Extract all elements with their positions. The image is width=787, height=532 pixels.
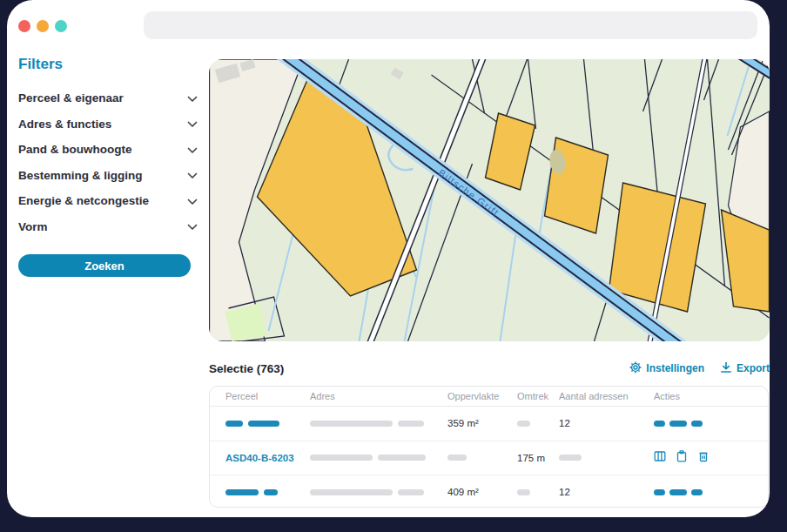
skeleton-pill (378, 455, 426, 461)
skeleton-pill (248, 421, 279, 427)
address-bar[interactable] (144, 11, 757, 39)
table-row[interactable]: ASD40-B-6203 175 m (210, 441, 768, 475)
aantal-adressen-value: 12 (559, 418, 654, 428)
sidebar-item-label: Pand & bouwhoogte (18, 143, 132, 156)
fullscreen-window-dot[interactable] (55, 20, 67, 32)
col-header-acties: Acties (654, 391, 768, 401)
download-icon (720, 361, 732, 376)
sidebar-item-bestemming-ligging[interactable]: Bestemming & ligging (18, 163, 198, 189)
chevron-down-icon (187, 142, 198, 158)
sidebar-item-label: Vorm (18, 220, 48, 233)
skeleton-pill (310, 455, 373, 461)
oppervlakte-value: 359 m² (447, 418, 517, 428)
sidebar-item-energie-netcongestie[interactable]: Energie & netcongestie (18, 188, 198, 214)
selection-title: Selectie (763) (209, 362, 284, 375)
settings-button[interactable]: Instellingen (629, 361, 704, 376)
filters-list: Perceel & eigenaar Adres & functies Pand… (18, 85, 198, 239)
col-header-perceel: Perceel (225, 391, 310, 401)
map-canvas: Biltsche Grift (209, 59, 770, 341)
skeleton-pill (691, 421, 703, 427)
chevron-down-icon (187, 116, 198, 131)
search-button[interactable]: Zoeken (18, 254, 191, 277)
sidebar-item-label: Energie & netcongestie (18, 194, 149, 207)
skeleton-pill (310, 421, 393, 427)
sidebar-item-pand-bouwhoogte[interactable]: Pand & bouwhoogte (18, 137, 198, 163)
skeleton-pill (447, 455, 467, 461)
col-header-aantal-adressen: Aantal adressen (559, 391, 654, 401)
skeleton-pill (225, 421, 243, 427)
skeleton-pill (669, 489, 687, 495)
close-window-dot[interactable] (18, 20, 30, 32)
selection-table: Perceel Adres Oppervlakte Omtrek Aantal … (209, 386, 769, 508)
export-button[interactable]: Export (720, 361, 770, 376)
chevron-down-icon (187, 167, 198, 183)
skeleton-pill (669, 421, 687, 427)
sidebar-item-vorm[interactable]: Vorm (18, 214, 198, 240)
oppervlakte-value: 409 m² (447, 487, 517, 497)
col-header-oppervlakte: Oppervlakte (447, 391, 517, 401)
settings-label: Instellingen (646, 362, 704, 374)
minimize-window-dot[interactable] (37, 20, 49, 32)
parcel-map[interactable]: Biltsche Grift (209, 59, 770, 341)
skeleton-pill (310, 489, 393, 495)
skeleton-pill (398, 489, 424, 495)
chevron-down-icon (187, 193, 198, 209)
trash-icon[interactable] (697, 450, 710, 466)
table-header-row: Perceel Adres Oppervlakte Omtrek Aantal … (210, 387, 768, 406)
chevron-down-icon (187, 219, 198, 234)
aantal-adressen-value: 12 (559, 487, 654, 497)
col-header-omtrek: Omtrek (517, 391, 559, 401)
skeleton-pill (398, 421, 424, 427)
sidebar-item-adres-functies[interactable]: Adres & functies (18, 111, 198, 138)
browser-window: Filters Perceel & eigenaar Adres & funct… (7, 0, 770, 517)
export-label: Export (737, 362, 770, 374)
skeleton-pill (691, 489, 703, 495)
skeleton-pill (654, 489, 665, 495)
map-icon[interactable] (654, 450, 666, 466)
perceel-link[interactable]: ASD40-B-6203 (225, 453, 310, 463)
clipboard-icon[interactable] (676, 450, 688, 466)
sidebar-item-label: Adres & functies (18, 118, 111, 131)
chevron-down-icon (187, 91, 198, 106)
skeleton-pill (225, 489, 259, 495)
sidebar-item-perceel-eigenaar[interactable]: Perceel & eigenaar (18, 85, 198, 111)
table-row[interactable]: 359 m² 12 (210, 406, 768, 441)
gear-icon (629, 361, 642, 376)
skeleton-pill (654, 421, 665, 427)
table-row[interactable]: 409 m² 12 (210, 475, 768, 508)
skeleton-pill (517, 489, 530, 495)
skeleton-pill (517, 421, 530, 427)
omtrek-value: 175 m (517, 453, 559, 463)
sidebar-item-label: Perceel & eigenaar (18, 91, 124, 104)
sidebar-item-label: Bestemming & ligging (18, 169, 143, 182)
filters-title: Filters (18, 56, 63, 73)
selection-bar: Selectie (763) Instellingen Export (209, 358, 770, 379)
col-header-adres: Adres (310, 391, 447, 401)
skeleton-pill (264, 489, 278, 495)
skeleton-pill (559, 455, 582, 461)
